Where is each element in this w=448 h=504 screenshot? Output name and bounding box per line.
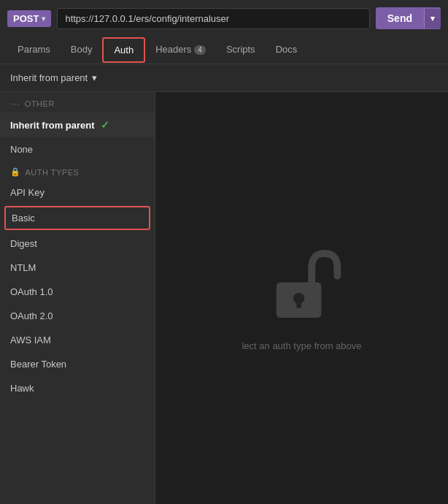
auth-item-oauth2[interactable]: OAuth 2.0 [0,304,155,328]
auth-item-none[interactable]: None [0,137,155,161]
auth-dropdown-arrow: ▾ [92,72,97,83]
auth-type-dropdown[interactable]: Inherit from parent ▾ [0,64,448,92]
tab-docs[interactable]: Docs [266,38,308,62]
url-input[interactable] [57,8,369,29]
tab-body[interactable]: Body [61,38,103,62]
tabs-bar: Params Body Auth Headers4 Scripts Docs [0,37,448,64]
main-content: ··· OTHER Inherit from parent ✓ None 🔒 A… [0,92,448,504]
auth-item-aws-iam[interactable]: AWS IAM [0,328,155,352]
tab-headers[interactable]: Headers4 [145,38,216,62]
selected-check-icon: ✓ [101,119,109,131]
dots-icon: ··· [10,98,20,109]
method-selector[interactable]: POST ▾ [7,10,51,27]
tab-auth[interactable]: Auth [102,37,145,63]
auth-item-digest[interactable]: Digest [0,232,155,256]
auth-item-bearer[interactable]: Bearer Token [0,352,155,376]
section-label-other: ··· OTHER [0,92,155,112]
tab-scripts[interactable]: Scripts [216,38,266,62]
unlock-icon [262,245,342,329]
send-label: Send [376,7,424,29]
top-bar: POST ▾ Send ▾ [0,0,448,37]
auth-dropdown-label: Inherit from parent [10,72,88,83]
auth-item-hawk[interactable]: Hawk [0,376,155,400]
headers-badge: 4 [194,45,206,55]
auth-item-ntlm[interactable]: NTLM [0,256,155,280]
auth-item-basic[interactable]: Basic [4,206,150,230]
method-dropdown-arrow: ▾ [42,15,45,23]
auth-right-panel: lect an auth type from above [155,92,448,504]
none-label: None [10,144,33,155]
inherit-label: Inherit from parent [10,120,95,131]
svg-rect-2 [296,299,301,308]
send-button[interactable]: Send ▾ [376,7,441,29]
auth-item-oauth1[interactable]: OAuth 1.0 [0,280,155,304]
send-dropdown-arrow[interactable]: ▾ [424,9,441,28]
auth-item-inherit[interactable]: Inherit from parent ✓ [0,112,155,137]
auth-hint-text: lect an auth type from above [242,340,361,351]
auth-type-sidebar: ··· OTHER Inherit from parent ✓ None 🔒 A… [0,92,155,504]
section-label-auth-types: 🔒 AUTH TYPES [0,161,155,180]
tab-params[interactable]: Params [7,38,61,62]
lock-small-icon: 🔒 [10,167,21,177]
auth-item-api-key[interactable]: API Key [0,180,155,205]
method-label: POST [13,13,39,24]
